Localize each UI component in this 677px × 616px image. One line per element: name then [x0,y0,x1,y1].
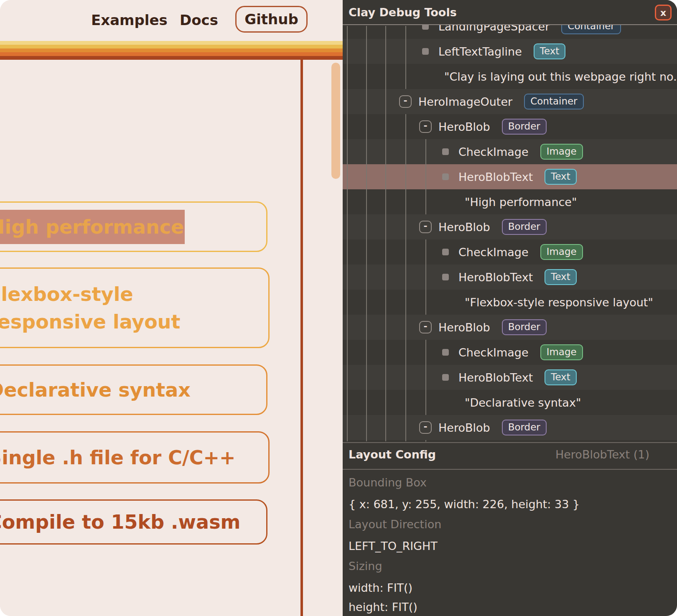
tree-indent-guide [385,26,386,441]
tree-row[interactable]: HeroBlobText Text [343,265,677,290]
selected-element-label: HeroBlobText (1) [555,448,649,461]
tree-row-label: HeroBlobText [458,271,533,284]
tree-row-label: CheckImage [458,346,529,359]
element-type-badge: Image [540,144,583,160]
tree-text-content-row: "Flexbox-style responsive layout" [343,290,677,315]
layout-config-title: Layout Config [349,448,436,461]
leaf-bullet-icon [439,145,452,158]
clay-debug-panel: LandingPageSpacer Container LeftTextTagl… [343,0,677,616]
tree-row[interactable]: CheckImage Image [343,139,677,164]
leaf-bullet-icon [439,346,452,359]
bounding-box-value: { x: 681, y: 255, width: 226, height: 33… [349,498,580,511]
close-icon[interactable]: x [655,5,672,20]
feature-blob-declarative-syntax: Declarative syntax [0,364,267,415]
layout-direction-label: Layout Direction [349,518,441,531]
page-vertical-divider [300,60,303,616]
leaf-bullet-icon [439,246,452,258]
top-navbar: Examples Docs Github [0,0,343,41]
feature-blob-label: Flexbox-style responsive layout [0,280,256,336]
leaf-bullet-icon [439,371,452,384]
tree-row[interactable]: - HeroBlob Border [343,315,677,340]
element-type-badge: Text [545,269,577,285]
tree-indent-guide [425,139,426,214]
tree-indent-guide [405,114,406,441]
feature-blob-flexbox-layout: Flexbox-style responsive layout [0,267,270,348]
text-content-preview: "Clay is laying out this webpage right n… [444,70,677,83]
collapse-icon[interactable]: - [419,421,432,434]
element-tree: LandingPageSpacer Container LeftTextTagl… [343,0,677,442]
element-type-badge: Text [545,369,577,385]
rainbow-stripe-3 [0,48,343,52]
debug-highlight-overlay: High performance [0,210,185,244]
tree-text-content-row: "Clay is laying out this webpage right n… [343,64,677,89]
tree-indent-guide [347,26,348,441]
tree-row-label: HeroImageOuter [418,95,512,108]
collapse-icon[interactable]: - [399,95,412,108]
tree-row[interactable]: CheckImage Image [343,340,677,365]
feature-blob-label: Declarative syntax [0,376,191,404]
sizing-label: Sizing [349,560,382,573]
feature-blob-label: Single .h file for C/C++ [0,444,236,471]
rainbow-stripe-4 [0,52,343,56]
tree-row-label: LeftTextTagline [438,45,522,58]
element-type-badge: Border [502,219,547,235]
feature-blob-label: Compile to 15kb .wasm [0,508,240,536]
tree-row-label: HeroBlobText [458,171,533,183]
rainbow-stripe-2 [0,45,343,48]
tree-row-label: HeroBlobText [458,371,533,384]
tree-text-content-row: "High performance" [343,189,677,214]
tree-indent-guide [405,26,406,89]
feature-blob-single-header: Single .h file for C/C++ [0,431,270,484]
tree-row-selected[interactable]: HeroBlobText Text [343,164,677,189]
element-type-badge: Image [540,344,583,360]
tree-indent-guide [425,340,426,415]
page-scrollbar-thumb[interactable] [331,63,340,179]
tree-row[interactable]: - HeroImageOuter Container [343,89,677,114]
element-type-badge: Image [540,244,583,260]
element-type-badge: Border [502,119,547,135]
collapse-icon[interactable]: - [419,221,432,233]
tree-indent-guide [425,239,426,315]
tree-indent-guide [425,440,426,442]
text-content-preview: "High performance" [465,196,577,209]
element-type-badge: Text [534,43,566,59]
tree-indent-guide [366,26,367,441]
tree-row[interactable]: - HeroBlob Border [343,415,677,440]
collapse-icon[interactable]: - [419,321,432,333]
sizing-height-value: height: FIT() [349,601,417,613]
element-type-badge: Border [502,319,547,335]
rainbow-stripe-1 [0,41,343,45]
tree-row[interactable]: LeftTextTagline Text [343,39,677,64]
debug-panel-header: Clay Debug Tools [343,0,677,25]
github-button[interactable]: Github [235,6,308,33]
feature-blob-wasm: Compile to 15kb .wasm [0,499,267,545]
rainbow-stripe-5 [0,56,343,60]
tree-row[interactable]: CheckImage Image [343,239,677,265]
element-type-badge: Text [545,169,577,185]
clay-landing-page: Examples Docs Github High performance Fl… [0,0,343,616]
section-divider [343,469,677,470]
section-divider [343,442,677,443]
nav-link-examples[interactable]: Examples [91,12,168,28]
tree-row[interactable]: - HeroBlob Border [343,114,677,139]
app-window: Examples Docs Github High performance Fl… [0,0,677,616]
element-type-badge: Container [524,94,583,109]
tree-row-label: HeroBlob [438,321,490,334]
tree-row[interactable]: HeroBlobText Text [343,365,677,390]
bounding-box-label: Bounding Box [349,476,427,489]
sizing-width-value: width: FIT() [349,581,412,594]
tree-row-label: CheckImage [458,145,529,158]
tree-row[interactable]: - HeroBlob Border [343,214,677,239]
debug-panel-title: Clay Debug Tools [349,6,457,19]
element-type-badge: Border [502,420,547,435]
tree-row-label: HeroBlob [438,120,490,133]
feature-blob-high-performance: High performance [0,201,267,252]
nav-link-docs[interactable]: Docs [180,12,218,28]
text-content-preview: "Declarative syntax" [465,396,581,409]
tree-text-content-row: "Declarative syntax" [343,390,677,415]
leaf-bullet-icon [439,271,452,283]
leaf-bullet-icon [439,171,452,183]
tree-row-label: HeroBlob [438,421,490,434]
collapse-icon[interactable]: - [419,120,432,133]
tree-row-label: HeroBlob [438,221,490,234]
